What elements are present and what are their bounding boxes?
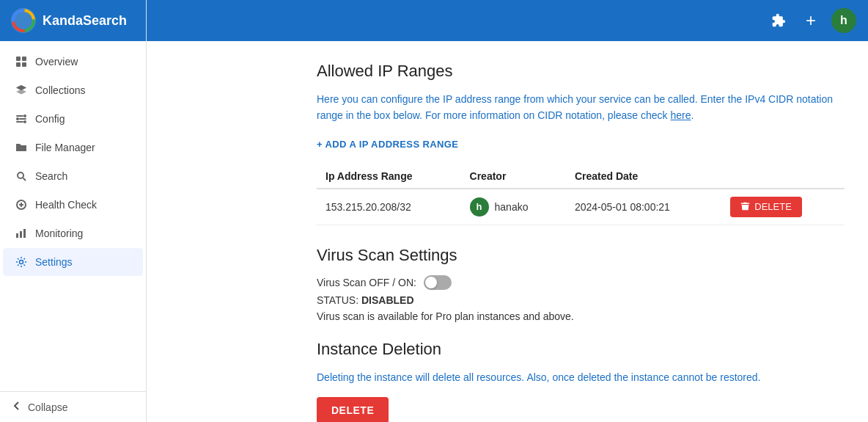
cidr-link[interactable]: here — [670, 109, 691, 121]
creator-name: hanako — [495, 201, 529, 213]
user-avatar[interactable]: h — [831, 8, 856, 33]
sidebar-item-overview[interactable]: Overview — [3, 48, 143, 76]
ip-table: Ip Address Range Creator Created Date 15… — [317, 164, 845, 225]
svg-rect-7 — [19, 118, 26, 120]
sidebar-item-config-label: Config — [35, 113, 65, 125]
puzzle-icon[interactable] — [767, 9, 790, 32]
svg-point-0 — [11, 8, 36, 33]
allowed-ip-title: Allowed IP Ranges — [317, 62, 845, 81]
sidebar-item-search[interactable]: Search — [3, 162, 143, 190]
col-ip: Ip Address Range — [317, 164, 461, 189]
svg-rect-18 — [23, 229, 26, 238]
sidebar-item-monitoring-label: Monitoring — [35, 228, 83, 239]
folder-icon — [15, 141, 28, 154]
virus-toggle-row: Virus Scan OFF / ON: — [317, 275, 845, 290]
user-initial: h — [840, 14, 847, 27]
sidebar-item-file-manager-label: File Manager — [35, 142, 95, 153]
svg-line-12 — [23, 178, 26, 181]
svg-point-8 — [16, 117, 19, 120]
sidebar-item-file-manager[interactable]: File Manager — [3, 134, 143, 161]
svg-point-19 — [20, 261, 23, 264]
col-created-date: Created Date — [566, 164, 721, 189]
topbar: + h — [147, 0, 868, 41]
sliders-icon — [15, 112, 28, 125]
bar-chart-icon — [15, 227, 28, 240]
ip-address-cell: 153.215.20.208/32 — [317, 189, 461, 225]
svg-point-11 — [18, 172, 23, 178]
delete-cell: DELETE — [721, 189, 845, 225]
svg-rect-2 — [22, 57, 26, 61]
instance-deletion-info: Deleting the instance will delete all re… — [317, 369, 845, 385]
svg-rect-1 — [16, 57, 21, 61]
allowed-ip-section: Allowed IP Ranges Here you can configure… — [317, 62, 845, 225]
sidebar-item-overview-label: Overview — [35, 56, 78, 68]
svg-point-10 — [23, 120, 26, 123]
virus-scan-title: Virus Scan Settings — [317, 246, 845, 265]
sidebar-logo: KandaSearch — [0, 0, 146, 41]
toggle-thumb — [425, 277, 437, 288]
svg-rect-3 — [16, 62, 21, 67]
col-actions — [721, 164, 845, 189]
add-ip-range-button[interactable]: + ADD A IP ADDRESS RANGE — [317, 136, 458, 153]
instance-delete-button[interactable]: DELETE — [317, 397, 389, 422]
virus-scan-section: Virus Scan Settings Virus Scan OFF / ON:… — [317, 246, 845, 322]
layers-icon — [15, 84, 28, 97]
sidebar-item-collections-label: Collections — [35, 84, 85, 96]
plus-circle-icon — [15, 198, 28, 211]
sidebar: KandaSearch Overview — [0, 0, 147, 422]
instance-deletion-section: Instance Deletion Deleting the instance … — [317, 340, 845, 422]
creator-avatar: h — [470, 197, 489, 217]
grid-icon — [15, 55, 28, 68]
virus-toggle-label: Virus Scan OFF / ON: — [317, 277, 416, 288]
kandasearch-logo-icon — [10, 7, 37, 34]
status-badge: DISABLED — [361, 294, 414, 306]
allowed-ip-info-text-2: . — [691, 109, 694, 121]
svg-rect-9 — [16, 121, 23, 123]
virus-status-row: STATUS: DISABLED — [317, 294, 845, 306]
svg-rect-16 — [16, 233, 18, 238]
allowed-ip-info-text-1: Here you can configure the IP address ra… — [317, 93, 833, 121]
sidebar-item-settings[interactable]: Settings — [3, 248, 143, 276]
chevron-left-icon — [12, 401, 22, 413]
collapse-label: Collapse — [28, 401, 67, 413]
sidebar-item-collections[interactable]: Collections — [3, 76, 143, 104]
svg-rect-4 — [22, 62, 26, 67]
created-date-cell: 2024-05-01 08:00:21 — [566, 189, 721, 225]
sidebar-item-health-check[interactable]: Health Check — [3, 191, 143, 219]
allowed-ip-info: Here you can configure the IP address ra… — [317, 91, 845, 124]
svg-point-6 — [23, 114, 26, 117]
sidebar-item-health-check-label: Health Check — [35, 199, 97, 211]
svg-rect-17 — [20, 231, 22, 238]
sidebar-nav: Overview Collections — [0, 41, 146, 391]
delete-ip-label: DELETE — [754, 201, 792, 212]
creator-cell: h hanako — [461, 189, 566, 225]
search-icon — [15, 170, 28, 183]
delete-ip-button[interactable]: DELETE — [730, 197, 802, 217]
trash-icon — [740, 201, 750, 213]
collapse-button[interactable]: Collapse — [0, 391, 146, 422]
settings-icon — [15, 255, 28, 269]
virus-note: Virus scan is available for Pro plan ins… — [317, 310, 845, 322]
status-prefix: STATUS: — [317, 294, 358, 306]
col-creator: Creator — [461, 164, 566, 189]
main-content: Allowed IP Ranges Here you can configure… — [293, 41, 868, 422]
sidebar-item-settings-label: Settings — [35, 256, 73, 268]
instance-deletion-title: Instance Deletion — [317, 340, 845, 359]
creator-initial: h — [477, 201, 482, 212]
svg-rect-5 — [16, 115, 23, 117]
sidebar-item-monitoring[interactable]: Monitoring — [3, 219, 143, 247]
sidebar-item-search-label: Search — [35, 170, 67, 182]
add-icon[interactable]: + — [799, 9, 823, 32]
app-name: KandaSearch — [43, 13, 127, 29]
table-row: 153.215.20.208/32 h hanako 2024-05-01 08… — [317, 189, 845, 225]
virus-scan-toggle[interactable] — [424, 275, 452, 290]
sidebar-item-config[interactable]: Config — [3, 105, 143, 133]
